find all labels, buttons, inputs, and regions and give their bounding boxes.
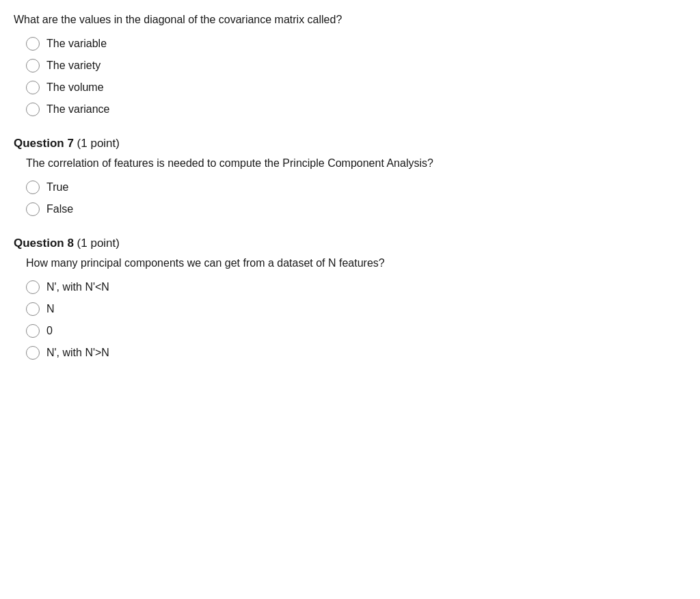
- q6-option-3-label: The volume: [46, 81, 104, 94]
- intro-question-block: What are the values in the diagonal of t…: [14, 14, 686, 116]
- q6-option-2[interactable]: The variety: [26, 59, 686, 72]
- q8-option-1[interactable]: N', with N'<N: [26, 280, 686, 294]
- q7-option-true-label: True: [46, 181, 68, 194]
- radio-n[interactable]: [26, 302, 40, 316]
- intro-question-text: What are the values in the diagonal of t…: [14, 14, 686, 26]
- q8-option-2[interactable]: N: [26, 302, 686, 316]
- radio-n-prime-less[interactable]: [26, 280, 40, 294]
- q6-option-2-label: The variety: [46, 59, 100, 72]
- q8-label: Question 8: [14, 237, 74, 250]
- q7-options-list: True False: [14, 181, 686, 216]
- radio-variety[interactable]: [26, 59, 40, 72]
- q6-option-1[interactable]: The variable: [26, 37, 686, 51]
- radio-n-prime-greater[interactable]: [26, 346, 40, 360]
- q6-option-3[interactable]: The volume: [26, 81, 686, 94]
- q7-label: Question 7: [14, 137, 74, 150]
- q6-option-4[interactable]: The variance: [26, 103, 686, 116]
- radio-variable[interactable]: [26, 37, 40, 51]
- q7-option-false[interactable]: False: [26, 202, 686, 216]
- q7-header: Question 7 (1 point): [14, 137, 686, 150]
- q8-option-4-label: N', with N'>N: [46, 347, 109, 359]
- radio-true[interactable]: [26, 181, 40, 194]
- q6-options-list: The variable The variety The volume The …: [14, 37, 686, 116]
- q7-option-true[interactable]: True: [26, 181, 686, 194]
- q8-points-value: (1 point): [77, 237, 120, 250]
- q8-question-text: How many principal components we can get…: [14, 257, 686, 269]
- q7-option-false-label: False: [46, 203, 73, 215]
- q6-option-4-label: The variance: [46, 103, 110, 116]
- q8-option-3[interactable]: 0: [26, 324, 686, 338]
- radio-false[interactable]: [26, 202, 40, 216]
- q7-block: Question 7 (1 point) The correlation of …: [14, 137, 686, 216]
- q8-option-2-label: N: [46, 303, 55, 315]
- q8-option-4[interactable]: N', with N'>N: [26, 346, 686, 360]
- q8-option-3-label: 0: [46, 325, 53, 337]
- radio-volume[interactable]: [26, 81, 40, 94]
- q7-question-text: The correlation of features is needed to…: [14, 157, 686, 170]
- q6-option-1-label: The variable: [46, 38, 107, 50]
- q8-options-list: N', with N'<N N 0 N', with N'>N: [14, 280, 686, 360]
- radio-zero[interactable]: [26, 324, 40, 338]
- q8-block: Question 8 (1 point) How many principal …: [14, 237, 686, 360]
- radio-variance[interactable]: [26, 103, 40, 116]
- q7-points-text: (1 point): [77, 137, 120, 150]
- q8-option-1-label: N', with N'<N: [46, 281, 109, 293]
- q8-header: Question 8 (1 point): [14, 237, 686, 250]
